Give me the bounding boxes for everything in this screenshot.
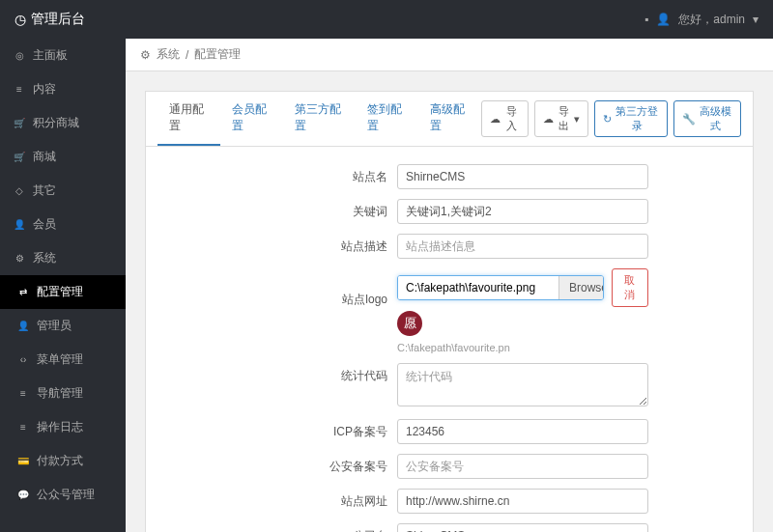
sidebar-item-label: 内容 xyxy=(33,81,56,98)
content-icon: ≡ xyxy=(14,84,25,96)
sidebar-item-label: 系统 xyxy=(33,250,56,266)
sidebar-sub-nav[interactable]: ≡导航管理 xyxy=(0,377,126,410)
sidebar-item-label: 商城 xyxy=(33,149,56,165)
clock-icon: ◷ xyxy=(14,12,26,27)
logo-preview: 愿 xyxy=(397,311,422,336)
button-label: 导出 xyxy=(557,104,572,133)
sidebar-item-content[interactable]: ≡内容 xyxy=(0,72,126,106)
sidebar-item-mall[interactable]: 🛒商城 xyxy=(0,140,126,174)
keywords-label: 关键词 xyxy=(146,199,397,220)
caret-down-icon[interactable]: ▾ xyxy=(753,13,759,26)
breadcrumb: ⚙ 系统 / 配置管理 xyxy=(126,39,773,71)
company-input[interactable] xyxy=(397,523,648,532)
logo-file-box: Browse xyxy=(397,275,604,300)
panel-actions: ☁导入 ☁导出▾ ↻第三方登录 🔧高级模式 xyxy=(481,95,741,143)
sidebar-item-label: 公众号管理 xyxy=(37,487,95,503)
url-label: 站点网址 xyxy=(146,489,397,510)
topbar-right[interactable]: ▪ 👤 您好，admin ▾ xyxy=(644,12,759,28)
icp-label: ICP备案号 xyxy=(146,419,397,440)
logo-preview-path: C:\fakepath\favourite.pn xyxy=(397,342,648,353)
description-input[interactable] xyxy=(397,234,648,259)
icp-input[interactable] xyxy=(397,419,648,444)
user-icon: 👤 xyxy=(656,13,671,26)
tab-third[interactable]: 第三方配置 xyxy=(283,92,356,146)
browse-button[interactable]: Browse xyxy=(558,276,604,299)
company-label: 公司名 xyxy=(146,523,397,532)
tab-general[interactable]: 通用配置 xyxy=(157,92,220,146)
button-label: 导入 xyxy=(503,104,520,133)
cloud-down-icon: ☁ xyxy=(490,113,501,126)
stats-textarea[interactable] xyxy=(397,363,648,406)
cloud-up-icon: ☁ xyxy=(543,113,554,126)
logo-path-input[interactable] xyxy=(398,276,558,299)
card-icon: 💳 xyxy=(17,456,29,467)
import-button[interactable]: ☁导入 xyxy=(481,100,529,137)
breadcrumb-root[interactable]: 系统 xyxy=(157,46,180,63)
user-icon: 👤 xyxy=(14,219,25,231)
sidebar-item-label: 操作日志 xyxy=(37,419,83,435)
sidebar-item-label: 管理员 xyxy=(37,318,72,334)
brand: ◷ 管理后台 xyxy=(14,11,85,28)
sidebar-item-dashboard[interactable]: ◎主面板 xyxy=(0,39,126,72)
breadcrumb-sep: / xyxy=(186,48,188,62)
sidebar-sub-config[interactable]: ⇄配置管理 xyxy=(0,275,126,309)
logo-label: 站点logo xyxy=(146,268,397,308)
tab-member[interactable]: 会员配置 xyxy=(220,92,283,146)
gear-icon: ⚙ xyxy=(140,48,151,62)
cart-icon: 🛒 xyxy=(14,118,25,129)
sidebar-sub-admin[interactable]: 👤管理员 xyxy=(0,309,126,343)
config-icon: ⇄ xyxy=(17,287,29,298)
sidebar-item-member[interactable]: 👤会员 xyxy=(0,208,126,241)
sidebar-item-system[interactable]: ⚙系统 xyxy=(0,241,126,275)
sidebar-sub-wechat[interactable]: 💬公众号管理 xyxy=(0,478,126,512)
config-form: 站点名 关键词 站点描述 站点logo Browse 取消 xyxy=(146,147,753,532)
cancel-upload-button[interactable]: 取消 xyxy=(612,268,649,307)
site-name-input[interactable] xyxy=(397,164,648,189)
caret-down-icon: ▾ xyxy=(574,113,580,126)
list-icon: ≡ xyxy=(17,388,29,400)
button-label: 第三方登录 xyxy=(615,104,658,133)
topbar: ◷ 管理后台 ▪ 👤 您好，admin ▾ xyxy=(0,0,773,39)
sidebar-sub-log[interactable]: ≡操作日志 xyxy=(0,410,126,444)
greeting: 您好，admin xyxy=(678,12,745,28)
cart-icon: 🛒 xyxy=(14,152,25,163)
export-button[interactable]: ☁导出▾ xyxy=(534,100,589,137)
stats-label: 统计代码 xyxy=(146,363,397,384)
dashboard-icon: ◎ xyxy=(14,50,25,62)
third-login-button[interactable]: ↻第三方登录 xyxy=(594,100,667,137)
admin-icon: 👤 xyxy=(17,321,29,332)
sidebar-sub-payment[interactable]: 💳付款方式 xyxy=(0,444,126,478)
sidebar-item-label: 导航管理 xyxy=(37,385,83,402)
bell-icon[interactable]: ▪ xyxy=(644,13,648,26)
url-input[interactable] xyxy=(397,489,648,514)
keywords-input[interactable] xyxy=(397,199,648,224)
sidebar-item-label: 其它 xyxy=(33,182,56,199)
tab-signin[interactable]: 签到配置 xyxy=(356,92,418,146)
brand-text: 管理后台 xyxy=(31,11,85,28)
sidebar-sub-menu[interactable]: ‹›菜单管理 xyxy=(0,343,126,377)
gear-icon: ⚙ xyxy=(14,253,25,265)
wechat-icon: 💬 xyxy=(17,490,29,501)
tab-advanced[interactable]: 高级配置 xyxy=(418,92,481,146)
site-name-label: 站点名 xyxy=(146,164,397,185)
sidebar-item-other[interactable]: ◇其它 xyxy=(0,174,126,208)
sidebar-item-label: 积分商城 xyxy=(33,115,79,131)
code-icon: ‹› xyxy=(17,354,29,366)
refresh-icon: ↻ xyxy=(603,113,612,126)
sidebar-item-label: 菜单管理 xyxy=(37,351,83,368)
breadcrumb-current: 配置管理 xyxy=(194,46,241,63)
sidebar-item-label: 配置管理 xyxy=(37,284,83,300)
description-label: 站点描述 xyxy=(146,234,397,255)
panel: 通用配置 会员配置 第三方配置 签到配置 高级配置 ☁导入 ☁导出▾ ↻第三方登… xyxy=(145,91,754,532)
advanced-mode-button[interactable]: 🔧高级模式 xyxy=(673,100,741,137)
main: ⚙ 系统 / 配置管理 通用配置 会员配置 第三方配置 签到配置 高级配置 ☁导… xyxy=(126,39,773,532)
sidebar-item-points-mall[interactable]: 🛒积分商城 xyxy=(0,106,126,140)
sidebar-item-label: 主面板 xyxy=(33,47,68,64)
police-input[interactable] xyxy=(397,454,648,479)
other-icon: ◇ xyxy=(14,185,25,197)
tabs: 通用配置 会员配置 第三方配置 签到配置 高级配置 xyxy=(157,92,481,146)
wrench-icon: 🔧 xyxy=(682,113,696,126)
sidebar: ◎主面板 ≡内容 🛒积分商城 🛒商城 ◇其它 👤会员 ⚙系统 ⇄配置管理 👤管理… xyxy=(0,39,126,532)
log-icon: ≡ xyxy=(17,422,29,434)
sidebar-item-label: 付款方式 xyxy=(37,453,83,469)
